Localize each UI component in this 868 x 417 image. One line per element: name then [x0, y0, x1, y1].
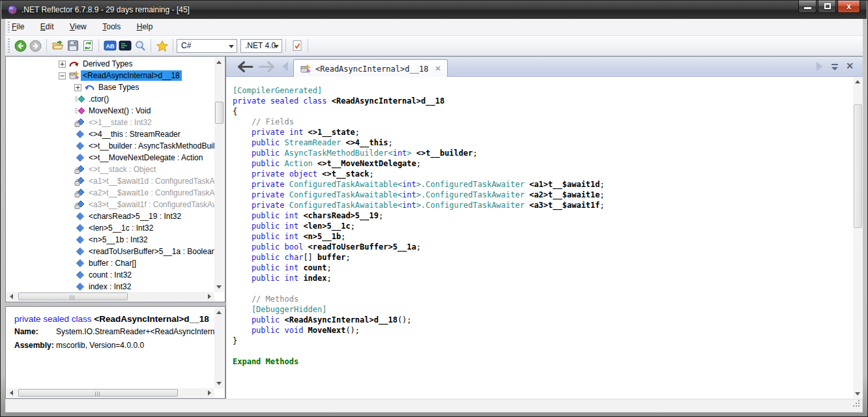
summary-vscrollbar[interactable] [214, 308, 224, 388]
menu-view[interactable]: View [63, 19, 93, 35]
app-icon [7, 5, 18, 18]
scroll-left-icon[interactable] [10, 294, 13, 299]
class-icon [300, 64, 311, 74]
tree-vscroll-thumb[interactable] [215, 102, 224, 124]
tree-item[interactable]: <readToUserBuffer>5__1a : Boolean [7, 246, 214, 257]
scroll-down-icon[interactable] [216, 285, 222, 289]
tree-item[interactable]: index : Int32 [7, 281, 214, 291]
toolbar-separator [285, 39, 286, 52]
field-lock-icon [74, 188, 87, 198]
tree-hscrollbar[interactable] [7, 292, 214, 301]
tree-vscrollbar[interactable] [214, 57, 224, 292]
tree-item-label: <>t__builder : AsyncTaskMethodBuilder [87, 141, 214, 151]
tree-item[interactable]: <>t__stack : Object [7, 164, 214, 175]
code-vscroll-thumb[interactable] [854, 104, 862, 228]
tree-item[interactable]: MoveNext() : Void [7, 105, 214, 117]
tab-list-button[interactable] [830, 63, 839, 74]
tree-item[interactable]: <len>5__1c : Int32 [7, 222, 214, 234]
scroll-right-icon[interactable] [208, 294, 211, 299]
tree-item[interactable]: <a2>t__$await1e : ConfiguredTaskAwaitabl… [7, 187, 214, 199]
code-segment: public int [233, 263, 303, 272]
language-select[interactable]: C# [177, 39, 237, 53]
tree-item[interactable]: <>t__MoveNextDelegate : Action [7, 152, 214, 164]
code-segment: { [233, 107, 237, 116]
tree-item[interactable]: <>4__this : StreamReader [7, 128, 214, 140]
code-segment: <ReadAsyncInternal>d__18 [332, 96, 444, 106]
tree-item-label: <a3>t__$await1f : ConfiguredTaskAwaitabl… [87, 199, 214, 210]
code-segment: <>4__this [345, 138, 388, 147]
assembly-label: Assembly: [14, 339, 56, 352]
tree-hscroll-thumb[interactable] [18, 293, 128, 300]
scroll-tabs-right-icon[interactable] [817, 62, 822, 71]
code-segment: <a1>t__$await1d [529, 180, 600, 189]
scroll-down-icon[interactable] [216, 382, 222, 385]
rename-button[interactable]: AB [102, 38, 117, 53]
verify-button[interactable] [289, 38, 304, 53]
scroll-tabs-left-icon[interactable] [282, 62, 288, 71]
tree-item[interactable]: Derived Types [7, 58, 214, 70]
code-segment: <n>5__1b [303, 232, 341, 241]
tree-item[interactable]: Base Types [7, 81, 214, 93]
menu-edit[interactable]: Edit [34, 19, 61, 35]
refresh-button[interactable] [80, 38, 95, 53]
code-line: public int index; [233, 273, 853, 283]
code-line: private int <>1__state; [233, 127, 853, 137]
search-button[interactable] [132, 38, 147, 53]
forward-button[interactable] [28, 38, 43, 53]
tree-item[interactable]: <a3>t__$await1f : ConfiguredTaskAwaitabl… [7, 199, 214, 210]
tree-item[interactable]: <n>5__1b : Int32 [7, 234, 214, 246]
maximize-button[interactable] [818, 1, 836, 13]
tree-item[interactable]: <charsRead>5__19 : Int32 [7, 210, 214, 222]
tabstrip-close-icon[interactable]: ✕ [846, 61, 854, 71]
tree-item[interactable]: .ctor() [7, 93, 214, 105]
expand-methods-link[interactable]: Expand Methods [233, 357, 298, 366]
code-line: private ConfiguredTaskAwaitable<int>.Con… [233, 190, 853, 200]
tree-expander-plus[interactable] [59, 61, 68, 68]
summary-hscrollbar[interactable] [7, 388, 214, 397]
menu-tools[interactable]: Tools [96, 19, 127, 35]
minimize-button[interactable] [798, 1, 817, 13]
code-vscrollbar[interactable] [853, 77, 863, 399]
il-view-button[interactable] [117, 38, 132, 53]
code-segment: public int [233, 274, 303, 283]
close-button[interactable]: x [837, 1, 860, 13]
name-label: Name: [14, 325, 56, 339]
tree-expander-plus[interactable] [74, 84, 84, 91]
tree-item[interactable]: <>1__state : Int32 [7, 117, 214, 128]
scroll-up-icon[interactable] [216, 61, 222, 64]
tab-close-icon[interactable]: ✕ [435, 65, 441, 73]
favorites-button[interactable] [154, 38, 169, 53]
menu-help[interactable]: Help [130, 19, 160, 35]
resize-grip[interactable] [852, 399, 861, 410]
tree-item-label: <a2>t__$await1e : ConfiguredTaskAwaitabl… [87, 188, 214, 198]
scroll-left-icon[interactable] [10, 390, 13, 395]
code-line: public Action <>t__MoveNextDelegate; [233, 158, 853, 169]
field-icon [74, 141, 87, 151]
tree-item[interactable]: buffer : Char[] [7, 257, 214, 269]
assembly-tree-panel: Derived Types<ReadAsyncInternal>d__18Bas… [5, 56, 225, 302]
tree-item[interactable]: <>t__builder : AsyncTaskMethodBuilder [7, 140, 214, 152]
code-segment: <a3>t__$await1f [529, 201, 600, 210]
history-forward-button[interactable] [257, 59, 278, 77]
tree-expander-minus[interactable] [59, 72, 68, 79]
tab-readasyncinternal[interactable]: <ReadAsyncInternal>d__18 ✕ [293, 59, 448, 78]
history-back-button[interactable] [234, 59, 255, 77]
framework-select[interactable]: .NET 4.0 [240, 39, 282, 53]
code-segment: ConfiguredTaskAwaitable< [289, 201, 402, 210]
code-segment: ConfiguredTaskAwaitable< [289, 190, 402, 199]
scroll-right-icon[interactable] [208, 390, 211, 395]
code-segment: MoveNext [308, 326, 346, 335]
tree-item[interactable]: count : Int32 [7, 269, 214, 281]
tree-item[interactable]: <ReadAsyncInternal>d__18 [7, 70, 214, 81]
tree-item[interactable]: <a1>t__$await1d : ConfiguredTaskAwaitabl… [7, 175, 214, 187]
scroll-up-icon[interactable] [216, 311, 222, 314]
summary-hscroll-thumb[interactable] [18, 389, 178, 397]
back-button[interactable] [13, 38, 28, 53]
scroll-down-icon[interactable] [855, 392, 860, 395]
save-button[interactable] [65, 38, 80, 53]
save-icon [67, 40, 79, 51]
code-line: public StreamReader <>4__this; [233, 137, 853, 148]
open-button[interactable] [50, 38, 65, 53]
code-segment: ; [327, 274, 332, 283]
scroll-up-icon[interactable] [855, 80, 860, 83]
